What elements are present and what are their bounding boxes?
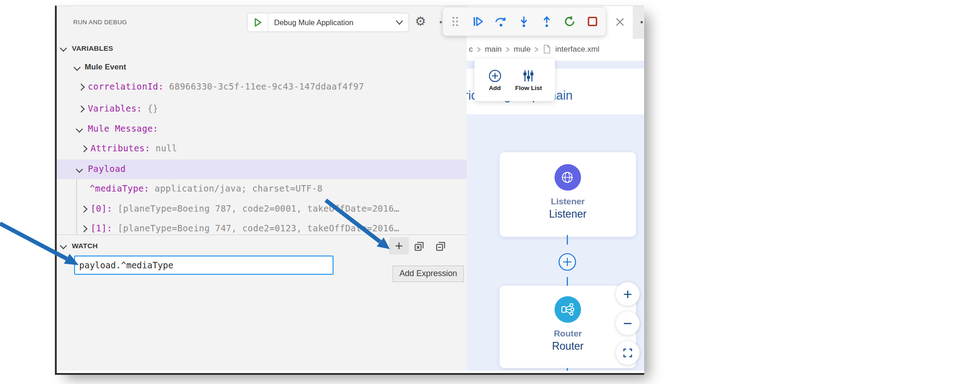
breadcrumb-separator: >	[506, 44, 510, 54]
canvas-toolbar: Add Flow List	[474, 59, 555, 101]
node-type-label: Router	[554, 329, 582, 339]
step-into-button[interactable]	[517, 15, 531, 28]
section-divider	[57, 235, 467, 235]
flow-connector-tail	[556, 368, 578, 371]
fullscreen-icon	[622, 347, 633, 358]
router-node-circle	[555, 296, 581, 323]
collapse-all-icon	[435, 240, 447, 252]
chevron-down-icon[interactable]	[395, 19, 404, 26]
chevron-right-icon	[81, 225, 88, 233]
chevron-down-icon	[60, 45, 67, 52]
tree-row-mule-message[interactable]: Mule Message:	[57, 119, 467, 139]
continue-icon	[472, 15, 485, 28]
add-expression-tooltip: Add Expression	[393, 266, 464, 282]
listener-node[interactable]: Listener Listener	[500, 152, 636, 237]
breadcrumb-item[interactable]: c	[469, 45, 473, 54]
stop-icon	[586, 15, 599, 28]
router-node[interactable]: Router Router	[500, 286, 636, 368]
node-name-label: Router	[552, 340, 583, 352]
toolbar-drag-handle[interactable]	[448, 15, 462, 28]
run-config-control[interactable]: Debug Mule Application	[247, 13, 409, 32]
variables-section-header[interactable]: VARIABLES	[72, 44, 113, 53]
breadcrumb[interactable]: c > main > mule > interface.xml	[469, 39, 644, 59]
tree-row-variables[interactable]: Variables: {}	[57, 99, 467, 119]
chevron-right-icon	[78, 84, 85, 91]
flow-connector[interactable]	[556, 235, 578, 288]
step-over-icon	[494, 15, 508, 28]
panel-title: RUN AND DEBUG	[73, 19, 127, 26]
file-icon	[543, 44, 551, 54]
close-all-icon	[413, 240, 425, 252]
chevron-down-icon	[76, 166, 83, 173]
edge-dot-icon	[641, 21, 643, 23]
tree-row-payload[interactable]: Payload	[57, 160, 467, 179]
run-and-debug-panel: RUN AND DEBUG Debug Mule Application ⚙ V…	[57, 6, 467, 371]
run-config-label[interactable]: Debug Mule Application	[274, 18, 353, 27]
breadcrumb-separator: >	[535, 44, 538, 54]
add-component-button[interactable]: Add	[488, 69, 502, 91]
plus-icon: +	[395, 239, 403, 253]
step-out-button[interactable]	[540, 15, 554, 28]
grip-dots-icon	[450, 16, 460, 27]
tree-row-item-0[interactable]: [0]: [planeType=Boeing 787, code2=0001, …	[57, 199, 467, 219]
fit-to-screen-button[interactable]	[616, 341, 640, 365]
close-toolbar-button[interactable]	[614, 16, 626, 30]
flow-list-icon	[521, 69, 536, 83]
plus-icon: +	[623, 285, 632, 303]
chevron-right-icon	[78, 106, 85, 113]
restart-icon	[563, 15, 576, 28]
node-name-label: Listener	[549, 208, 587, 220]
node-type-label: Listener	[551, 197, 585, 207]
collapse-all-button[interactable]	[434, 240, 447, 253]
chevron-down-icon	[60, 242, 67, 250]
restart-button[interactable]	[563, 15, 576, 28]
remove-all-expressions-button[interactable]	[413, 240, 425, 253]
gear-icon[interactable]: ⚙	[415, 16, 426, 28]
step-out-icon	[541, 15, 553, 28]
app-window: RUN AND DEBUG Debug Mule Application ⚙ V…	[55, 5, 644, 375]
minus-icon: −	[623, 315, 632, 332]
tree-row-correlation-id[interactable]: correlationId: 68966330-3c5f-11ee-9c43-1…	[57, 77, 467, 97]
stop-button[interactable]	[586, 15, 599, 28]
continue-button[interactable]	[471, 15, 485, 28]
chevron-down-icon	[76, 126, 83, 133]
add-expression-button[interactable]: +	[389, 237, 409, 255]
overflow-dot-icon	[440, 21, 442, 23]
globe-icon	[560, 170, 576, 185]
close-icon	[614, 16, 626, 28]
screenshot-page: RUN AND DEBUG Debug Mule Application ⚙ V…	[0, 0, 980, 384]
listener-node-circle	[555, 164, 581, 191]
breadcrumb-file[interactable]: interface.xml	[555, 45, 599, 54]
tree-row-mule-event[interactable]: Mule Event	[57, 58, 467, 77]
watch-expression-input[interactable]	[74, 256, 334, 275]
watch-section-header[interactable]: WATCH	[72, 242, 98, 250]
play-icon	[253, 17, 263, 27]
zoom-in-button[interactable]: +	[616, 282, 640, 306]
router-icon	[560, 302, 576, 317]
breadcrumb-item[interactable]: main	[485, 45, 502, 54]
circle-plus-icon	[488, 69, 502, 83]
chevron-down-icon	[74, 64, 81, 71]
step-into-icon	[518, 15, 530, 28]
chevron-right-icon	[81, 206, 88, 213]
step-over-button[interactable]	[494, 15, 508, 28]
breadcrumb-item[interactable]: mule	[514, 45, 531, 54]
tree-row-attributes[interactable]: Attributes: null	[57, 139, 467, 159]
zoom-out-button[interactable]: −	[616, 311, 640, 335]
debug-toolbar	[442, 7, 606, 36]
flow-list-button[interactable]: Flow List	[515, 69, 542, 91]
tree-row-item-1[interactable]: [1]: [planeType=Boeing 747, code2=0123, …	[57, 219, 467, 239]
start-debug-button[interactable]	[248, 13, 268, 32]
breadcrumb-separator: >	[477, 44, 481, 54]
indent-guide	[76, 179, 77, 235]
chevron-right-icon	[81, 145, 88, 153]
flow-editor: c > main > mule > interface.xml american…	[467, 6, 644, 371]
tree-row-mediatype[interactable]: ^mediaType: application/java; charset=UT…	[57, 179, 467, 199]
flow-canvas[interactable]: Listener Listener	[467, 114, 644, 371]
